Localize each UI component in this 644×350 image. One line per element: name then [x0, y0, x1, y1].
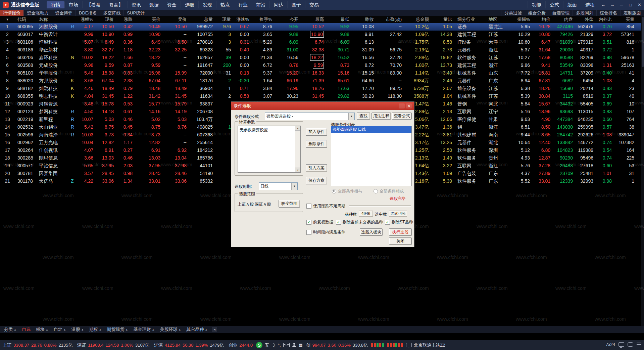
col-header-名称[interactable]: 名称: [36, 16, 68, 23]
radio-all-and[interactable]: 全部条件相与: [332, 188, 362, 194]
usage-note-button[interactable]: 用法注释: [371, 113, 391, 120]
formula-select[interactable]: 强势回调选股 - ▼: [265, 113, 355, 120]
delete-condition-button[interactable]: 删除条件: [306, 140, 327, 148]
table-row-603106[interactable]: 3603106恒银科技5.876.490.366.496.5027081830.…: [0, 38, 644, 46]
find-button[interactable]: 查找: [357, 113, 370, 120]
toolbar-link-1[interactable]: 分类过滤: [501, 10, 525, 16]
chevron-down-icon[interactable]: ▼: [291, 183, 297, 190]
import-plan-button[interactable]: 引入方案: [306, 164, 327, 172]
scroll-up-icon[interactable]: ▲: [295, 126, 300, 131]
menu-item-11[interactable]: 行业: [234, 1, 252, 8]
bottom-tab-自定[interactable]: 自定▲: [51, 326, 69, 333]
table-row-603588[interactable]: 6603588元成股份9.989.590.879.59--1916472000.…: [0, 61, 644, 69]
index-深证[interactable]: 深证11908.4124.581.06%3107亿: [77, 342, 149, 348]
col-header-量比[interactable]: 量比: [432, 16, 455, 23]
col-header-最低[interactable]: 最低: [327, 16, 352, 23]
toolbar-link-5[interactable]: 综合排名: [596, 10, 620, 16]
ime-wubi-icon[interactable]: 五: [265, 342, 269, 348]
bottom-tab-基金理财[interactable]: 基金理财▲: [131, 326, 157, 333]
toolbar-tab-3[interactable]: 资金博弈: [52, 10, 76, 16]
menu-item-9[interactable]: 发现: [198, 1, 216, 8]
index-创业[interactable]: 创业2444.0: [229, 342, 253, 348]
toolbar-tab-2[interactable]: 资金驱动力: [24, 10, 52, 16]
col-header-昨收[interactable]: 昨收: [352, 16, 377, 23]
col-header-细分行业[interactable]: 细分行业: [455, 16, 486, 23]
col-header-振幅%[interactable]: 振幅%: [512, 16, 533, 23]
right-menu-item-3[interactable]: 版面: [563, 1, 581, 8]
index-沪深[interactable]: 沪深4125.8456.381.39%1479亿: [154, 342, 224, 348]
col-header-卖价[interactable]: 卖价: [163, 16, 189, 23]
change-range-button[interactable]: 改变范围: [279, 200, 300, 208]
view-formula-button[interactable]: 查看公式: [392, 113, 412, 120]
maximize-button[interactable]: □: [626, 0, 635, 10]
message-icon[interactable]: [628, 342, 633, 347]
table-row-600095[interactable]: 1600095湘财股份R4.1710.500.4210.4910.5098997…: [0, 23, 644, 31]
col-header-涨速%[interactable]: 涨速%: [234, 16, 252, 23]
save-plan-button[interactable]: 保存方案: [306, 177, 327, 184]
dialog-titlebar[interactable]: 条件选股 ─ ✕: [231, 102, 414, 110]
menu-item-12[interactable]: 前沿: [252, 1, 269, 8]
table-row-688020[interactable]: 8688020方邦股份K3.6867.042.3867.0467.1113176…: [0, 77, 644, 85]
menu-item-6[interactable]: 数据: [145, 1, 163, 8]
nav-forward-icon[interactable]: →: [608, 0, 617, 10]
col-header-均价[interactable]: 均价: [533, 16, 553, 23]
table-row-688182[interactable]: 9688182灿勤科技K4.4618.490.7918.4818.4936904…: [0, 85, 644, 92]
table-row-603186[interactable]: 4603186华正新材3.8032.271.1832.2332.25693235…: [0, 46, 644, 54]
ime-logo-icon[interactable]: S: [256, 342, 262, 348]
chevron-down-icon[interactable]: ▼: [348, 113, 354, 120]
close-button[interactable]: ✕: [635, 0, 644, 10]
col-header-tag[interactable]: [68, 16, 76, 23]
menu-item-15[interactable]: 交易: [305, 1, 323, 8]
bottom-tab-其它品种[interactable]: 其它品种▲: [184, 326, 210, 333]
nav-back-icon[interactable]: ←: [599, 0, 608, 10]
table-row-603017[interactable]: 2603017中衡设计9.9910.900.9910.90--10075530.…: [0, 31, 644, 38]
ime-punctuation-icon[interactable]: °,: [278, 343, 281, 348]
col-header-内盘[interactable]: 内盘: [553, 16, 576, 23]
index-extra[interactable]: 创 994.07 3.60 0.36% 330.8亿: [306, 342, 368, 348]
col-header-今开[interactable]: 今开: [275, 16, 301, 23]
bottom-tab-美股环球[interactable]: 美股环球▲: [157, 326, 184, 333]
server-status[interactable]: 北京联通主站Z2: [406, 342, 445, 348]
right-menu-item-2[interactable]: 公式: [545, 1, 563, 8]
toolbar-tab-4[interactable]: DDE排名: [76, 10, 100, 16]
toolbar-tab-5[interactable]: 多空阵线: [100, 10, 124, 16]
toolbar-tab-6[interactable]: SUP统计: [124, 10, 148, 16]
checkbox-exclude-st[interactable]: ✓ 剔除ST品种: [385, 219, 413, 225]
bottom-tab-期权[interactable]: 期权▲: [87, 326, 104, 333]
ime-account-icon[interactable]: [292, 343, 296, 347]
table-row-605100[interactable]: 7605100华丰股份5.4815.980.8315.9815.99720003…: [0, 69, 644, 77]
checkbox-updown-period[interactable]: 使用涨跌不定周期: [306, 203, 345, 209]
tabs-scroll-button[interactable]: ◄: [212, 327, 217, 332]
menu-item-2[interactable]: 市场: [64, 1, 82, 8]
close-dialog-button[interactable]: 关闭: [389, 237, 412, 245]
menu-item-3[interactable]: 【看盘: [82, 1, 105, 8]
ime-keyboard-icon[interactable]: [283, 343, 290, 347]
toolbar-link-2[interactable]: 组合分析: [525, 10, 549, 16]
col-header-现价[interactable]: 现价: [96, 16, 116, 23]
menu-item-4[interactable]: 复盘】: [105, 1, 127, 8]
col-header-地区[interactable]: 地区: [486, 16, 512, 23]
toolbar-tab-1[interactable]: 行情报价: [0, 10, 24, 16]
toolbar-link-4[interactable]: 多股同列: [573, 10, 596, 16]
col-header-换手%[interactable]: 换手%: [252, 16, 275, 23]
col-header-买价[interactable]: 买价: [135, 16, 163, 23]
condition-item-selected[interactable]: 强势回调选股 日线: [331, 126, 411, 133]
bottom-tab-港股[interactable]: 港股▲: [69, 326, 87, 333]
col-header-内外比[interactable]: 内外比: [596, 16, 614, 23]
ime-halfwidth-moon-icon[interactable]: ☽: [271, 343, 276, 348]
col-header-代码[interactable]: 代码: [15, 16, 36, 23]
bottom-tab-分类[interactable]: 分类▲: [1, 326, 19, 333]
table-row-603206[interactable]: 5603206嘉环科技N10.0218.221.6618.22--1628573…: [0, 54, 644, 61]
col-header-涨跌[interactable]: 涨跌: [116, 16, 135, 23]
bottom-tab-自选[interactable]: 自选: [19, 326, 33, 333]
period-select[interactable]: 日线 ▼: [259, 182, 298, 190]
filter-caret-icon[interactable]: ▼: [0, 16, 15, 23]
menu-item-8[interactable]: 选股: [181, 1, 198, 8]
select-to-block-button[interactable]: 选股入板块: [360, 228, 383, 236]
menu-item-13[interactable]: 问达: [269, 1, 287, 8]
dialog-close-button[interactable]: ✕: [406, 103, 412, 108]
col-header-总金额[interactable]: 总金额: [404, 16, 432, 23]
dialog-minimize-button[interactable]: ─: [399, 103, 405, 108]
table-scrollbar[interactable]: [641, 16, 644, 326]
col-header-最高[interactable]: 最高: [301, 16, 327, 23]
